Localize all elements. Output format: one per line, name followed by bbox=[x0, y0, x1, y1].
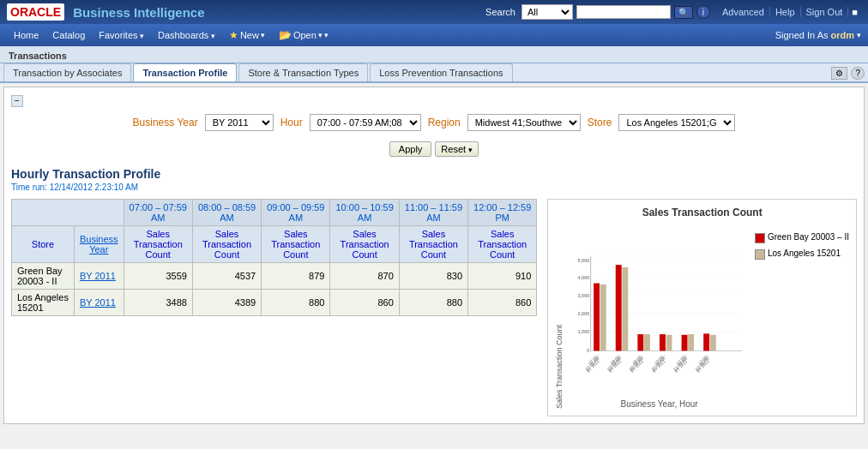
legend-item-1: Green Bay 20003 – II bbox=[755, 232, 849, 243]
svg-text:1,000: 1,000 bbox=[578, 328, 590, 333]
x-axis-label: Business Year, Hour bbox=[567, 399, 751, 409]
bar-2-1 bbox=[616, 265, 622, 350]
oracle-logo: ORACLE bbox=[7, 3, 64, 21]
tab-help-icon[interactable]: ? bbox=[851, 67, 865, 80]
business-year-label: Business Year bbox=[133, 117, 198, 129]
val-2-5: 880 bbox=[399, 289, 467, 315]
col-header-1[interactable]: 07:00 – 07:59AM bbox=[124, 199, 192, 225]
col-header-5[interactable]: 11:00 – 11:59AM bbox=[399, 199, 467, 225]
svg-text:5,000: 5,000 bbox=[578, 257, 590, 262]
help-link[interactable]: Help bbox=[770, 7, 801, 17]
region-label: Region bbox=[428, 117, 461, 129]
y-axis-label: Sales Transaction Count bbox=[555, 224, 564, 409]
table-row: Los Angeles15201 BY 2011 3488 4389 880 8… bbox=[12, 289, 537, 315]
bar-4-2 bbox=[666, 334, 672, 350]
val-2-6: 860 bbox=[468, 289, 537, 315]
search-input[interactable] bbox=[576, 5, 671, 19]
business-year-select[interactable]: BY 2011 bbox=[205, 114, 274, 131]
bar-3-2 bbox=[644, 334, 650, 350]
val-1-2: 4537 bbox=[192, 262, 261, 289]
bar-5-1 bbox=[682, 334, 688, 350]
hour-label: Hour bbox=[280, 117, 303, 129]
store-label: Store bbox=[588, 117, 612, 129]
svg-text:3,000: 3,000 bbox=[578, 293, 590, 298]
val-1-6: 910 bbox=[468, 262, 537, 289]
chart-title: Sales Transaction Count bbox=[555, 207, 849, 219]
bar-1-2 bbox=[600, 284, 606, 350]
data-area: 07:00 – 07:59AM 08:00 – 08:59AM 09:00 – … bbox=[11, 199, 857, 416]
year-cell-2[interactable]: BY 2011 bbox=[74, 289, 124, 315]
chart-legend: Green Bay 20003 – II Los Angeles 15201 bbox=[755, 224, 849, 409]
collapse-button[interactable]: − bbox=[11, 95, 23, 107]
dashboards-button[interactable]: Dashboards bbox=[151, 24, 222, 46]
chart-svg: 0 1,000 2,000 3,000 4,000 5,000 bbox=[567, 224, 751, 395]
filter-row: Business Year BY 2011 Hour 07:00 - 07:59… bbox=[11, 114, 857, 131]
svg-text:4,000: 4,000 bbox=[578, 275, 590, 280]
bar-2-2 bbox=[623, 266, 629, 350]
main-content: − Business Year BY 2011 Hour 07:00 - 07:… bbox=[3, 87, 865, 424]
store-select[interactable]: Los Angeles 15201;G bbox=[618, 114, 735, 131]
bar-3-1 bbox=[638, 334, 644, 350]
hour-select[interactable]: 07:00 - 07:59 AM;08 bbox=[310, 114, 421, 131]
col-header-6[interactable]: 12:00 – 12:59PM bbox=[468, 199, 537, 225]
reset-button[interactable]: Reset ▾ bbox=[435, 141, 479, 157]
legend-item-2: Los Angeles 15201 bbox=[755, 248, 849, 260]
tab-transaction-associates[interactable]: Transaction by Associates bbox=[3, 63, 131, 81]
col-header-3[interactable]: 09:00 – 09:59AM bbox=[262, 199, 330, 225]
data-table: 07:00 – 07:59AM 08:00 – 08:59AM 09:00 – … bbox=[11, 199, 537, 316]
svg-text:2,000: 2,000 bbox=[578, 310, 590, 315]
apply-button[interactable]: Apply bbox=[389, 141, 432, 157]
top-nav-links: Advanced Help Sign Out ■ bbox=[717, 7, 861, 17]
val-1-4: 870 bbox=[330, 262, 399, 289]
col-header-4[interactable]: 10:00 – 10:59AM bbox=[330, 199, 399, 225]
signed-in-as: Signed In As ordm ▾ bbox=[775, 30, 861, 40]
store-cell-2: Los Angeles15201 bbox=[12, 289, 75, 315]
tab-loss-prevention[interactable]: Loss Prevention Transactions bbox=[370, 63, 512, 81]
val-1-3: 879 bbox=[262, 262, 330, 289]
app-title: Business Intelligence bbox=[73, 5, 485, 20]
val-1-1: 3559 bbox=[124, 262, 192, 289]
business-year-col-header[interactable]: BusinessYear bbox=[74, 225, 124, 262]
search-area: Search All 🔍 i bbox=[485, 4, 710, 20]
open-button[interactable]: 📂 Open ▾ bbox=[272, 24, 335, 46]
val-2-3: 880 bbox=[262, 289, 330, 315]
home-button[interactable]: Home bbox=[7, 24, 45, 46]
val-2-2: 4389 bbox=[192, 289, 261, 315]
tab-transaction-profile[interactable]: Transaction Profile bbox=[133, 63, 237, 81]
col-header-2[interactable]: 08:00 – 08:59AM bbox=[192, 199, 261, 225]
search-label: Search bbox=[485, 7, 515, 17]
advanced-link[interactable]: Advanced bbox=[717, 7, 770, 17]
tab-settings-icon[interactable]: ⚙ bbox=[831, 67, 847, 80]
search-scope-select[interactable]: All bbox=[521, 4, 573, 20]
top-navigation-bar: ORACLE Business Intelligence Search All … bbox=[0, 0, 868, 24]
table-row: Green Bay20003 - II BY 2011 3559 4537 87… bbox=[12, 262, 537, 289]
tab-section-title: Transactions bbox=[5, 49, 863, 63]
bar-5-2 bbox=[689, 334, 695, 350]
bar-6-2 bbox=[710, 334, 716, 350]
signout-link[interactable]: Sign Out bbox=[801, 7, 849, 17]
legend-swatch-1 bbox=[755, 233, 765, 243]
store-cell-1: Green Bay20003 - II bbox=[12, 262, 75, 289]
val-1-5: 830 bbox=[399, 262, 467, 289]
bar-6-1 bbox=[704, 333, 710, 350]
chart-area: Sales Transaction Count Sales Transactio… bbox=[547, 199, 857, 416]
new-button[interactable]: ★ New ▾ bbox=[222, 24, 272, 46]
search-button[interactable]: 🔍 bbox=[674, 6, 693, 19]
year-cell-1[interactable]: BY 2011 bbox=[74, 262, 124, 289]
tab-section-header: Transactions bbox=[0, 46, 868, 63]
section-title: Hourly Transaction Profile bbox=[11, 167, 857, 181]
search-info-button[interactable]: i bbox=[696, 5, 710, 19]
favorites-button[interactable]: Favorites bbox=[92, 24, 151, 46]
bar-4-1 bbox=[660, 334, 666, 350]
tab-icons: ⚙ ? bbox=[831, 67, 865, 81]
region-select[interactable]: Midwest 41;Southwe bbox=[467, 114, 581, 131]
second-navigation-bar: Home Catalog Favorites Dashboards ★ New … bbox=[0, 24, 868, 46]
val-2-4: 860 bbox=[330, 289, 399, 315]
legend-swatch-2 bbox=[755, 249, 765, 260]
tab-store-transaction-types[interactable]: Store & Transaction Types bbox=[238, 63, 368, 81]
val-2-1: 3488 bbox=[124, 289, 192, 315]
page-tabs: Transaction by Associates Transaction Pr… bbox=[0, 63, 868, 83]
catalog-button[interactable]: Catalog bbox=[45, 24, 92, 46]
time-run: Time run: 12/14/2012 2:23:10 AM bbox=[11, 183, 857, 192]
svg-text:0: 0 bbox=[588, 347, 590, 352]
